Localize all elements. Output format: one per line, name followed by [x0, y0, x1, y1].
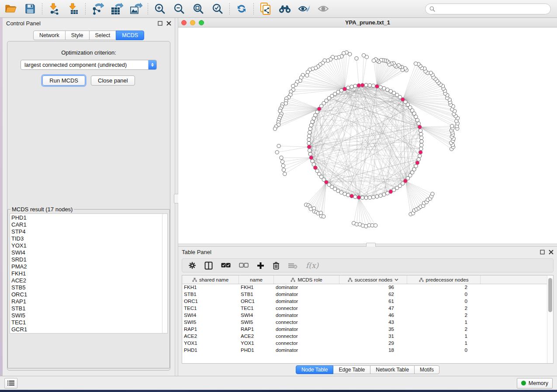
graph-node	[420, 136, 423, 140]
column-header-predecessor-nodes[interactable]: predecessor nodes	[407, 275, 481, 284]
column-header-MCDS-role[interactable]: MCDS role	[274, 275, 339, 284]
search-text-input[interactable]	[437, 5, 547, 12]
mcds-result-item[interactable]: ACE2	[11, 277, 162, 284]
deselect-all-icon[interactable]	[239, 263, 249, 268]
network-canvas[interactable]	[178, 28, 557, 244]
graph-node	[450, 124, 454, 128]
close-panel-button[interactable]: Close panel	[91, 76, 135, 86]
mcds-result-item[interactable]: GCR1	[11, 326, 162, 333]
table-scrollbar-thumb[interactable]	[548, 278, 552, 312]
import-table-icon[interactable]	[67, 2, 80, 15]
column-header-shared-name[interactable]: shared name	[182, 275, 239, 284]
select-all-icon[interactable]	[221, 263, 231, 268]
graph-node	[382, 193, 386, 196]
zoom-in-icon[interactable]	[153, 2, 166, 15]
tab-mcds[interactable]: MCDS	[116, 31, 144, 40]
search-input[interactable]	[425, 3, 551, 14]
graph-node	[420, 143, 423, 147]
close-panel-icon[interactable]	[166, 21, 171, 26]
main-toolbar	[0, 0, 557, 18]
table-row[interactable]: SWI5SWI5connector431	[182, 319, 547, 326]
tab-select[interactable]: Select	[89, 31, 117, 40]
close-panel-icon[interactable]	[549, 250, 554, 254]
graph-node	[382, 86, 386, 90]
table-row[interactable]: ORC1ORC1dominator610	[182, 298, 547, 305]
float-panel-icon[interactable]	[540, 250, 545, 254]
tab-network[interactable]: Network	[33, 31, 66, 40]
mcds-result-item[interactable]: CAR1	[11, 221, 162, 228]
table-row[interactable]: YOX1YOX1connector291	[182, 340, 547, 347]
mcds-result-item[interactable]: SRD1	[11, 256, 162, 263]
table-row[interactable]: RAP1RAP1dominator352	[182, 326, 547, 333]
table-cell: dominator	[274, 312, 339, 319]
mcds-result-item[interactable]: ORC1	[11, 291, 162, 298]
delete-table-icon-disabled	[288, 262, 298, 269]
table-cell: 29	[339, 340, 407, 347]
table-scrollbar[interactable]	[547, 275, 553, 363]
mcds-result-item[interactable]: PMA2	[11, 263, 162, 270]
save-session-icon[interactable]	[24, 2, 37, 15]
mcds-result-listbox[interactable]: PHD1CAR1STP4TID3YOX1SWI4SRD1PMA2FKH1ACE2…	[10, 213, 168, 334]
apply-preferred-layout-icon[interactable]	[235, 2, 248, 15]
run-mcds-button[interactable]: Run MCDS	[42, 76, 85, 86]
mcds-result-item[interactable]: SWI4	[11, 249, 162, 256]
table-row[interactable]: PHD1PHD1dominator180	[182, 347, 547, 354]
export-table-icon[interactable]	[110, 2, 123, 15]
table-settings-gear-icon[interactable]	[188, 261, 196, 269]
table-cell: connector	[274, 333, 339, 340]
delete-column-trash-icon[interactable]	[273, 261, 280, 270]
mcds-list-scrollbar[interactable]	[162, 214, 167, 333]
hide-selection-icon[interactable]	[298, 2, 311, 15]
mcds-result-item[interactable]: TID3	[11, 235, 162, 242]
column-header-name[interactable]: name	[239, 275, 274, 284]
tab-edge-table[interactable]: Edge Table	[333, 365, 370, 374]
zoom-selected-icon[interactable]	[211, 2, 224, 15]
export-image-icon[interactable]	[129, 2, 142, 15]
tab-motifs[interactable]: Motifs	[414, 365, 439, 374]
open-session-icon[interactable]	[4, 2, 17, 15]
table-cell: ACE2	[239, 333, 274, 340]
export-network-icon[interactable]	[91, 2, 104, 15]
import-network-icon[interactable]	[48, 2, 61, 15]
mcds-result-item[interactable]: YOX1	[11, 242, 162, 249]
table-panel-title: Table Panel	[182, 249, 211, 255]
mcds-result-item[interactable]: STB5	[11, 284, 162, 291]
tab-style[interactable]: Style	[65, 31, 90, 40]
mcds-result-item[interactable]: FKH1	[11, 270, 162, 277]
network-window-titlebar[interactable]: YPA_prune.txt_1	[178, 18, 557, 28]
table-row[interactable]: STB1STB1dominator620	[182, 291, 547, 298]
graph-node	[311, 159, 314, 163]
table-row[interactable]: ACE2ACE2connector311	[182, 333, 547, 340]
optimization-criterion-select[interactable]: largest connected component (undirected)	[21, 60, 157, 70]
column-header-successor-nodes[interactable]: successor nodes	[339, 275, 407, 284]
graph-selected-node	[357, 196, 361, 199]
mcds-result-item[interactable]: RAP1	[11, 298, 162, 305]
vertical-splitter[interactable]	[175, 18, 178, 376]
first-neighbors-icon[interactable]	[278, 2, 291, 15]
show-all-icon[interactable]	[317, 2, 330, 15]
horizontal-splitter[interactable]	[178, 244, 557, 247]
mcds-result-item[interactable]: SWI5	[11, 312, 162, 319]
task-history-button[interactable]	[4, 378, 17, 389]
mcds-result-item[interactable]: PHD1	[11, 214, 162, 221]
show-column-panel-icon[interactable]	[204, 261, 213, 270]
graph-node	[417, 122, 420, 125]
tab-node-table[interactable]: Node Table	[296, 365, 334, 374]
zoom-fit-icon[interactable]	[192, 2, 205, 15]
add-column-icon[interactable]	[257, 262, 264, 269]
new-network-from-selection-icon[interactable]	[259, 2, 272, 15]
mcds-result-item[interactable]: TEC1	[11, 319, 162, 326]
graph-node	[275, 151, 279, 154]
mcds-result-item[interactable]: STB1	[11, 305, 162, 312]
table-cell: TEC1	[239, 305, 274, 312]
table-row[interactable]: TEC1TEC1connector472	[182, 305, 547, 312]
float-panel-icon[interactable]	[158, 21, 163, 26]
graph-node	[280, 160, 284, 163]
table-row[interactable]: FKH1FKH1dominator962	[182, 284, 547, 291]
graph-selected-node	[357, 83, 361, 87]
tab-network-table[interactable]: Network Table	[370, 365, 415, 374]
memory-button[interactable]: Memory	[517, 378, 553, 389]
table-row[interactable]: SWI4SWI4dominator462	[182, 312, 547, 319]
zoom-out-icon[interactable]	[173, 2, 186, 15]
mcds-result-item[interactable]: STP4	[11, 228, 162, 235]
